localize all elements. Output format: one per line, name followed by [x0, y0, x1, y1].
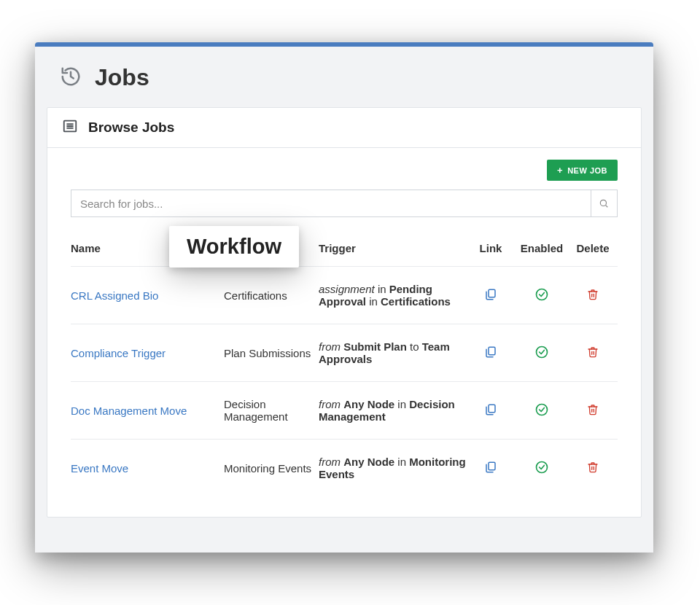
job-name-link[interactable]: Compliance Trigger — [71, 347, 166, 359]
copy-link-icon[interactable] — [484, 464, 497, 476]
delete-trash-icon[interactable] — [587, 291, 599, 303]
table-row: Event MoveMonitoring Eventsfrom Any Node… — [71, 440, 618, 497]
toolbar: + NEW JOB — [71, 160, 618, 181]
col-header-delete: Delete — [574, 235, 618, 267]
job-name-link[interactable]: Doc Management Move — [71, 405, 187, 417]
svg-point-9 — [537, 346, 548, 357]
tooltip-workflow: Workflow — [169, 226, 299, 268]
job-name-link[interactable]: Event Move — [71, 462, 128, 475]
new-job-label: NEW JOB — [567, 166, 607, 175]
app-window: Jobs Browse Jobs + NEW JOB — [35, 42, 653, 553]
svg-line-5 — [606, 206, 608, 208]
search-button[interactable] — [591, 190, 617, 216]
enabled-check-icon[interactable] — [534, 407, 549, 419]
search-input[interactable] — [71, 190, 591, 216]
page-title: Jobs — [95, 64, 149, 91]
table-row: Compliance TriggerPlan Submissionsfrom S… — [71, 324, 618, 382]
jobs-table: Name Workflow Trigger Link Enabled Delet… — [71, 235, 618, 496]
panel-body: + NEW JOB Name Workflow — [47, 148, 641, 517]
col-header-trigger[interactable]: Trigger — [319, 235, 472, 267]
copy-link-icon[interactable] — [484, 291, 497, 303]
svg-rect-12 — [489, 462, 495, 470]
trigger-cell: assignment in Pending Approval in Certif… — [319, 267, 472, 324]
job-name-link[interactable]: CRL Assigned Bio — [71, 289, 158, 302]
history-icon — [60, 66, 82, 90]
list-icon — [62, 118, 78, 137]
trigger-cell: from Submit Plan to Team Approvals — [319, 324, 472, 382]
delete-trash-icon[interactable] — [587, 464, 599, 476]
page-header: Jobs — [35, 47, 653, 107]
delete-trash-icon[interactable] — [587, 348, 599, 361]
workflow-cell: Certifications — [224, 267, 319, 324]
col-header-link: Link — [472, 235, 516, 267]
svg-rect-8 — [489, 347, 495, 355]
col-header-enabled: Enabled — [516, 235, 574, 267]
table-row: Doc Management MoveDecision Managementfr… — [71, 382, 618, 440]
svg-point-7 — [537, 289, 548, 300]
workflow-cell: Plan Submissions — [224, 324, 319, 382]
svg-rect-6 — [489, 289, 495, 297]
trigger-cell: from Any Node in Monitoring Events — [319, 440, 472, 497]
copy-link-icon[interactable] — [484, 406, 497, 418]
panel-header: Browse Jobs — [47, 108, 641, 148]
browse-jobs-panel: Browse Jobs + NEW JOB — [47, 107, 642, 518]
trigger-cell: from Any Node in Decision Management — [319, 382, 472, 440]
enabled-check-icon[interactable] — [534, 292, 549, 304]
enabled-check-icon[interactable] — [534, 349, 549, 362]
workflow-cell: Decision Management — [224, 382, 319, 440]
copy-link-icon[interactable] — [484, 348, 497, 361]
plus-icon: + — [557, 165, 563, 175]
svg-point-4 — [601, 200, 607, 206]
delete-trash-icon[interactable] — [587, 406, 599, 418]
new-job-button[interactable]: + NEW JOB — [547, 160, 618, 181]
table-header-row: Name Workflow Trigger Link Enabled Delet… — [71, 235, 618, 267]
svg-point-13 — [537, 461, 548, 472]
workflow-cell: Monitoring Events — [224, 440, 319, 497]
panel-title: Browse Jobs — [88, 120, 174, 136]
search-bar — [71, 190, 618, 217]
svg-point-11 — [537, 404, 548, 415]
svg-rect-10 — [489, 405, 495, 413]
search-icon — [599, 198, 609, 208]
table-row: CRL Assigned BioCertificationsassignment… — [71, 267, 618, 324]
enabled-check-icon[interactable] — [534, 464, 549, 477]
